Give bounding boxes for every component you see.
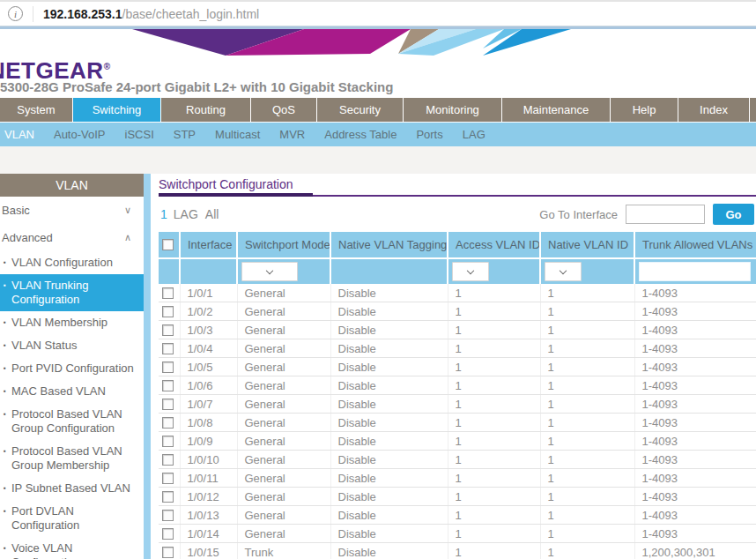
sidebar-group-basic[interactable]: Basic ∨ [0,197,144,224]
sidebar-item-vlan-trunking-configuration[interactable]: VLAN Trunking Configuration [0,274,144,311]
subnav-item-iscsi[interactable]: iSCSI [115,128,164,141]
table-row[interactable]: 1/0/9 General Disable 1 1 1-4093 [159,432,756,451]
spacer-band [0,146,756,174]
table-row[interactable]: 1/0/1 General Disable 1 1 1-4093 [159,284,756,302]
table-row[interactable]: 1/0/13 General Disable 1 1 1-4093 [159,506,756,525]
sidebar-item-vlan-status[interactable]: VLAN Status [0,334,144,357]
row-checkbox[interactable] [162,491,174,503]
screen: i 192.168.253.1/base/cheetah_login.html … [0,0,756,559]
subnav-item-address-table[interactable]: Address Table [315,128,406,141]
cell-interface: 1/0/6 [180,376,237,395]
site-info-icon[interactable]: i [8,6,23,21]
cell-access-vlan-id: 1 [448,284,540,302]
row-checkbox[interactable] [162,399,174,410]
registered-mark: ® [104,62,111,71]
row-checkbox[interactable] [162,436,174,447]
cell-trunk-allowed-vlans: 1-4093 [634,376,756,395]
row-checkbox[interactable] [162,306,174,317]
sidebar-item-voice-vlan-configuration[interactable]: Voice VLAN Configuration [0,537,144,559]
table-row[interactable]: 1/0/5 General Disable 1 1 1-4093 [159,358,756,376]
row-checkbox[interactable] [162,380,174,391]
row-checkbox[interactable] [162,473,174,484]
sidebar-item-mac-based-vlan[interactable]: MAC Based VLAN [0,380,144,403]
cell-switchport-mode: General [237,414,330,432]
nav-tab-monitoring[interactable]: Monitoring [404,98,502,122]
row-checkbox[interactable] [162,343,174,354]
tab-switchport-configuration[interactable]: Switchport Configuration [159,175,313,197]
table-row[interactable]: 1/0/7 General Disable 1 1 1-4093 [159,395,756,414]
cell-trunk-allowed-vlans: 1-4093 [634,339,756,358]
cell-native-vlan-tagging: Disable [330,451,448,469]
sidebar-group-advanced[interactable]: Advanced ∧ [0,224,144,251]
table-row[interactable]: 1/0/6 General Disable 1 1 1-4093 [159,376,756,395]
cell-trunk-allowed-vlans: 1-4093 [634,321,756,339]
pager-page-1[interactable]: 1 [160,207,167,221]
subnav-item-auto-voip[interactable]: Auto-VoIP [44,128,115,141]
table-row[interactable]: 1/0/11 General Disable 1 1 1-4093 [159,469,756,488]
nav-tab-help[interactable]: Help [611,98,678,122]
goto-interface-group: Go To Interface Go [539,204,754,225]
access-vlan-id-filter-select[interactable] [452,262,489,281]
row-checkbox[interactable] [162,547,174,558]
table-row[interactable]: 1/0/2 General Disable 1 1 1-4093 [159,302,756,321]
row-checkbox[interactable] [162,528,174,540]
cell-interface: 1/0/9 [180,432,237,451]
nav-tab-security[interactable]: Security [317,98,404,122]
table-row[interactable]: 1/0/15 Trunk Disable 1 1 1,200,300,301 [159,543,756,559]
table-row[interactable]: 1/0/10 General Disable 1 1 1-4093 [159,451,756,469]
subnav-item-mvr[interactable]: MVR [270,128,315,141]
nav-tab-maintenance[interactable]: Maintenance [502,98,611,122]
nav-tab-routing[interactable]: Routing [161,98,251,122]
cell-trunk-allowed-vlans: 1-4093 [634,432,756,451]
table-row[interactable]: 1/0/3 General Disable 1 1 1-4093 [159,321,756,339]
row-checkbox[interactable] [162,324,174,336]
cell-interface: 1/0/12 [180,488,237,506]
sidebar-item-protocol-based-vlan-group-configuration[interactable]: Protocol Based VLAN Group Configuration [0,403,144,440]
row-checkbox[interactable] [162,287,174,299]
row-checkbox[interactable] [162,417,174,429]
select-all-checkbox[interactable] [162,239,174,250]
table-row[interactable]: 1/0/12 General Disable 1 1 1-4093 [159,488,756,506]
table-row[interactable]: 1/0/14 General Disable 1 1 1-4093 [159,525,756,543]
cell-access-vlan-id: 1 [448,543,540,559]
nav-tab-system[interactable]: System [0,98,73,122]
sidebar-item-vlan-membership[interactable]: VLAN Membership [0,311,144,334]
cell-native-vlan-tagging: Disable [330,395,448,414]
sidebar-item-label: VLAN Status [11,339,77,352]
col-interface: Interface [180,232,237,258]
url-text[interactable]: 192.168.253.1/base/cheetah_login.html [43,7,259,21]
sidebar-item-port-pvid-configuration[interactable]: Port PVID Configuration [0,357,144,380]
row-checkbox[interactable] [162,510,174,521]
col-native-vlan-tagging: Native VLAN Tagging [330,232,448,258]
pager-all[interactable]: All [205,207,219,221]
switchport-mode-filter-select[interactable] [241,262,298,281]
table-filter-row [159,258,756,284]
cell-trunk-allowed-vlans: 1-4093 [634,525,756,543]
table-row[interactable]: 1/0/4 General Disable 1 1 1-4093 [159,339,756,358]
trunk-allowed-vlans-filter-input[interactable] [639,262,751,281]
nav-tab-switching[interactable]: Switching [73,98,161,122]
nav-tab-qos[interactable]: QoS [251,98,317,122]
sidebar-item-ip-subnet-based-vlan[interactable]: IP Subnet Based VLAN [0,477,144,500]
row-checkbox[interactable] [162,361,174,373]
subnav-item-stp[interactable]: STP [164,128,205,141]
subnav-item-multicast[interactable]: Multicast [205,128,270,141]
cell-native-vlan-id: 1 [540,302,634,321]
address-bar[interactable]: i 192.168.253.1/base/cheetah_login.html [0,2,756,26]
cell-interface: 1/0/15 [180,543,237,559]
native-vlan-id-filter-select[interactable] [545,262,582,281]
row-checkbox[interactable] [162,454,174,466]
table-row[interactable]: 1/0/8 General Disable 1 1 1-4093 [159,414,756,432]
nav-tab-index[interactable]: Index [678,98,750,122]
sidebar-item-protocol-based-vlan-group-membership[interactable]: Protocol Based VLAN Group Membership [0,440,144,477]
sidebar-item-port-dvlan-configuration[interactable]: Port DVLAN Configuration [0,500,144,537]
cell-access-vlan-id: 1 [448,339,540,358]
sidebar-item-vlan-configuration[interactable]: VLAN Configuration [0,251,144,274]
go-button[interactable]: Go [713,204,754,225]
brand-row: NETGEAR® [0,56,756,78]
goto-interface-input[interactable] [626,205,705,224]
subnav-item-lag[interactable]: LAG [453,128,495,141]
subnav-item-vlan[interactable]: VLAN [0,128,44,141]
subnav-item-ports[interactable]: Ports [406,128,452,141]
pager-lag[interactable]: LAG [174,207,198,221]
